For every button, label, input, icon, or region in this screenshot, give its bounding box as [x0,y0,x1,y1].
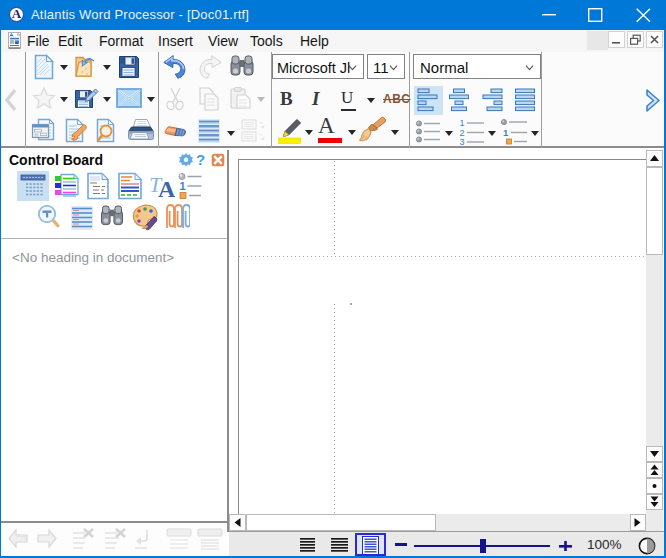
svg-text:1: 1 [503,127,509,138]
svg-text:1: 1 [180,180,186,192]
svg-text:2: 2 [460,128,465,138]
svg-text:3: 3 [460,137,465,145]
svg-text:A: A [158,176,175,200]
svg-text:1: 1 [460,118,465,128]
